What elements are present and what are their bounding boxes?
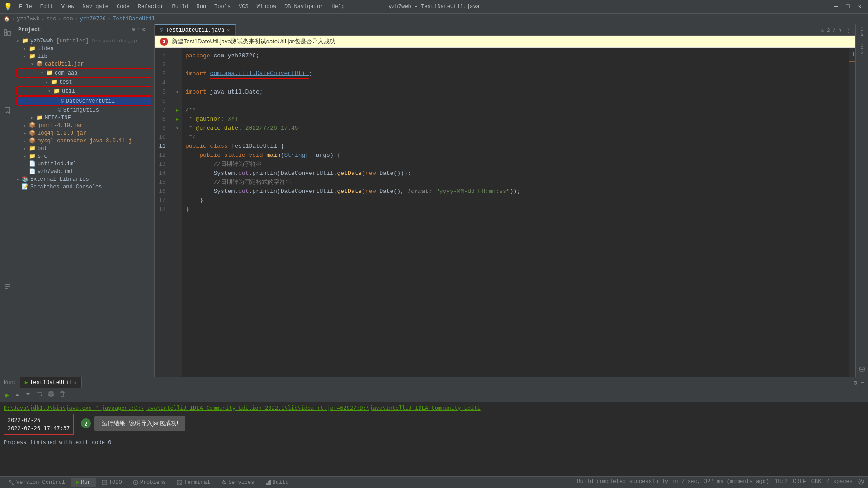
status-tab-problems[interactable]: Problems [127, 478, 172, 487]
git-icon[interactable] [858, 479, 864, 487]
svg-point-10 [9, 480, 11, 482]
tree-item-src[interactable]: ▸ 📁 src [14, 152, 154, 160]
folder-icon: 📁 [29, 53, 36, 60]
run-tab-test1dateutil[interactable]: ▶ Test1DateUtil ✕ [20, 377, 82, 388]
editor-tab-test1dateutil[interactable]: © Test1DateUtil.java ✕ [155, 24, 236, 35]
tree-item-yzh7wwb-iml[interactable]: 📄 yzh7wwb.iml [14, 168, 154, 175]
run-minimize-icon[interactable]: — [861, 379, 864, 386]
editor-scrollbar[interactable] [849, 48, 855, 377]
tree-item-junit[interactable]: ▸ 📦 junit-4.10.jar [14, 122, 154, 129]
balloon-subtitle: 说明导入jar包成功! [129, 419, 178, 427]
status-tab-run[interactable]: ▶ Run [71, 478, 96, 487]
tree-item-out[interactable]: ▸ 📁 out [14, 145, 154, 152]
maximize-button[interactable]: □ [843, 2, 852, 11]
tree-item-comaaa[interactable]: ▾ 📁 com.aaa [16, 68, 152, 78]
code-line-1: package com.yzh70726; [185, 52, 845, 61]
gutter-run-11[interactable]: ▶ [173, 106, 182, 115]
run-output-exit: Process finished with exit code 0 [4, 438, 864, 446]
menu-window[interactable]: Window [253, 3, 280, 11]
tree-label: untitled.iml [38, 161, 76, 167]
status-tab-services[interactable]: Services [216, 478, 260, 487]
breadcrumb-package[interactable]: yzh70726 [80, 16, 106, 22]
menu-navigate[interactable]: Navigate [79, 3, 112, 11]
scroll-down-button[interactable] [24, 390, 33, 399]
menu-edit[interactable]: Edit [37, 3, 57, 11]
gutter-collapse-12[interactable]: ▾ [173, 124, 182, 133]
arrow-icon: ▾ [16, 38, 22, 44]
tree-item-log4j[interactable]: ▸ 📦 log4j-1.2.9.jar [14, 129, 154, 137]
cursor-position: 18:2 [774, 479, 788, 487]
tree-item-dateconvert[interactable]: © DateConvertUtil [16, 96, 152, 106]
run-again-button[interactable]: ▶ [4, 390, 11, 400]
svg-rect-0 [4, 30, 7, 32]
notifications-icon[interactable]: Notifications [857, 26, 868, 37]
folder-icon: 📁 [53, 88, 60, 94]
menu-file[interactable]: File [15, 3, 36, 11]
breadcrumb-com[interactable]: com [63, 16, 73, 22]
print-button[interactable] [46, 390, 56, 400]
notification-circle: 1 [160, 38, 168, 46]
sidebar-icon-project[interactable] [1, 26, 14, 39]
class-icon: © [61, 98, 64, 104]
panel-icon-settings[interactable]: ⚙ [142, 26, 146, 33]
menu-view[interactable]: View [58, 3, 78, 11]
code-content[interactable]: package com.yzh70726; import com.aaa.uti… [182, 48, 849, 377]
status-tab-todo[interactable]: TODO [96, 478, 127, 487]
menu-code[interactable]: Code [113, 3, 133, 11]
menu-run[interactable]: Run [193, 3, 210, 11]
run-settings-icon[interactable]: ⚙ [854, 379, 857, 386]
menu-build[interactable]: Build [168, 3, 192, 11]
tree-label: META-INF [45, 115, 71, 121]
tree-item-idea[interactable]: ▸ 📁 .idea [14, 45, 154, 52]
tree-item-stringutils[interactable]: © StringUtils [14, 106, 154, 114]
panel-icon-collapse[interactable]: ≡ [137, 26, 140, 33]
breadcrumb-class[interactable]: Test1DateUtil [113, 16, 155, 22]
code-line-11: public class Test1DateUtil { [185, 142, 845, 151]
menu-refactor[interactable]: Refactor [134, 3, 168, 11]
tree-item-root[interactable]: ▾ 📁 yzh7wwb [untitled] D:\java\idea_sp [14, 37, 154, 45]
tree-item-lib[interactable]: ▾ 📁 lib [14, 52, 154, 60]
arrow-icon: ▸ [24, 46, 29, 52]
svg-point-23 [222, 483, 222, 484]
tree-item-extlibs[interactable]: ▸ 📚 External Libraries [14, 175, 154, 183]
tree-item-scratches[interactable]: 📝 Scratches and Consoles [14, 183, 154, 191]
status-tab-terminal-label: Terminal [184, 479, 210, 486]
sidebar-icon-structure[interactable] [1, 280, 14, 293]
tab-close-button[interactable]: ✕ [227, 28, 230, 33]
menu-tools[interactable]: Tools [211, 3, 234, 11]
tree-item-mysql[interactable]: ▸ 📦 mysql-connector-java-8.0.11.j [14, 137, 154, 145]
gutter-run-12[interactable]: ▶ [173, 115, 182, 124]
status-tab-terminal[interactable]: Terminal [171, 478, 216, 487]
tree-label: DateConvertUtil [66, 98, 115, 104]
panel-icon-minimize[interactable]: — [147, 26, 151, 33]
editor-menu-icon[interactable]: ⋮ [845, 26, 852, 34]
gutter-collapse-7[interactable]: ▾ [173, 88, 182, 97]
run-output-line-cmd[interactable]: D:\Java\jdk1.8\bin\java.exe "-javaagent:… [4, 404, 864, 412]
menu-dbnavigator[interactable]: DB Navigator [281, 3, 327, 11]
run-tab-close[interactable]: ✕ [74, 380, 77, 385]
delete-button[interactable] [58, 390, 67, 400]
minimize-button[interactable]: — [831, 2, 840, 11]
db-browser-icon[interactable] [857, 364, 868, 375]
tree-item-util[interactable]: ▾ 📁 util [16, 86, 152, 96]
soft-wrap-button[interactable] [34, 390, 44, 399]
panel-icon-scope[interactable]: ⊕ [132, 26, 135, 33]
line-num-16: 16 [155, 187, 169, 196]
status-tab-versioncontrol[interactable]: Version Control [4, 478, 71, 487]
close-button[interactable]: ✕ [855, 2, 864, 11]
breadcrumb-src[interactable]: src [47, 16, 57, 22]
tree-label: src [38, 153, 47, 160]
tree-item-untitled-iml[interactable]: 📄 untitled.iml [14, 160, 154, 168]
tree-item-test[interactable]: ▸ 📁 test [14, 78, 154, 86]
arrow-icon: ▸ [24, 131, 29, 136]
scroll-up-button[interactable] [13, 392, 22, 398]
tree-item-dateutil[interactable]: ▾ 📦 dateUtil.jar [14, 60, 154, 68]
tree-item-metainf[interactable]: ▸ 📁 META-INF [14, 114, 154, 122]
status-tab-build[interactable]: Build [260, 478, 294, 487]
menu-vcs[interactable]: VCS [235, 3, 252, 11]
breadcrumb-project[interactable]: yzh7wwb [17, 16, 39, 22]
line-num-5: 5 [155, 88, 169, 97]
sidebar-icon-bookmark[interactable] [1, 104, 14, 117]
arrow-icon: ▾ [24, 54, 29, 59]
menu-help[interactable]: Help [328, 3, 348, 11]
